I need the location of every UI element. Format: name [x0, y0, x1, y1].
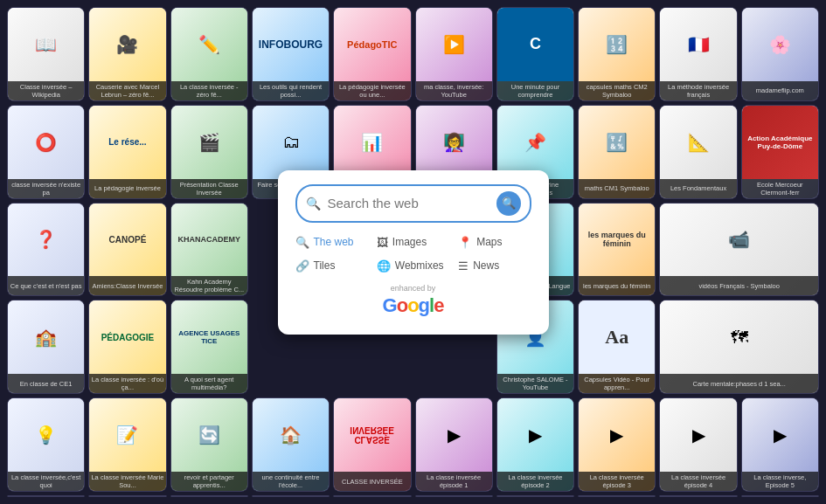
tile-13[interactable]: 🎬 Présentation Classe Inversée	[170, 105, 248, 199]
tile-7[interactable]: C Une minute pour comprendre	[496, 7, 574, 101]
search-option-maps[interactable]: 📍 Maps	[458, 233, 531, 252]
tile-47[interactable]: ▶ La classe inversée épisode 4	[659, 397, 737, 492]
tile-22[interactable]: CANOPÉ Amiens:Classe Inversée	[88, 203, 166, 297]
tile-48[interactable]: ▶ La classe inverse, Episode 5	[741, 397, 819, 492]
google-logo: Google	[295, 294, 531, 317]
search-bar: 🔍 Search the web 🔍	[295, 184, 531, 223]
tile-10[interactable]: 🌸 madameflip.com	[741, 7, 819, 101]
tile-28[interactable]: les marques du féminin les marques du fé…	[578, 203, 656, 297]
tile-2[interactable]: 🎥 Causerie avec Marcel Lebrun – zéro fê.…	[88, 7, 166, 101]
tile-23[interactable]: KHANACADEMY Kahn Academy Résoudre problè…	[170, 203, 248, 297]
tile-37[interactable]: Aa Capsules Vidéo - Pour appren...	[578, 300, 656, 394]
tile-9[interactable]: 🇫🇷 La méthode inversée français	[659, 7, 737, 101]
tile-1[interactable]: 📖 Classe inversée – Wikipedia	[7, 7, 85, 101]
tile-54[interactable]: Carrefour Faire ses premiers pas vers ..…	[415, 495, 493, 497]
tile-44[interactable]: ▶ La classe inversée épisode 1	[415, 397, 493, 492]
tile-5[interactable]: PédagoTIC La pédagogie inversée ou une..…	[333, 7, 411, 101]
search-input[interactable]: Search the web	[328, 196, 496, 211]
tile-53[interactable]: café pédagogique À La Une: La classe inv…	[333, 495, 411, 497]
tile-50[interactable]: 🤝 La classe inversée en accomp...	[88, 495, 166, 497]
tile-31[interactable]: PÉDAGOGIE La classe inversée : d'où ça..…	[88, 300, 166, 394]
search-option-news[interactable]: ☰ News	[458, 257, 531, 275]
tile-18[interactable]: 🔣 maths CM1 Symbaloo	[578, 105, 656, 199]
tile-21[interactable]: ❓ Ce que c'est et n'est pas	[7, 203, 85, 297]
tile-20[interactable]: Action Académique Puy-de-Dôme Ecole Merc…	[741, 105, 819, 199]
tile-52[interactable]: 📺 classe inversée:France TV	[252, 495, 330, 497]
tile-57[interactable]: #ClasseTICE #ClasseTICE; classe inversée	[659, 495, 737, 497]
tile-40[interactable]: 📝 La classe inversée Marie Sou...	[88, 397, 166, 492]
search-button[interactable]: 🔍	[496, 191, 521, 216]
search-option-webmixes[interactable]: 🌐 Webmixes	[377, 257, 449, 275]
tile-6[interactable]: ▶️ ma classe, inversée: YouTube	[415, 7, 493, 101]
tile-32[interactable]: AGENCE USAGES TICE A quoi sert agent mul…	[170, 300, 248, 394]
tile-43[interactable]: CLASSE INVERSÉE CLASSE INVERSÉE	[333, 397, 411, 492]
google-footer: enhanced by Google	[295, 284, 531, 317]
search-icon: 🔍	[306, 197, 321, 211]
tile-8[interactable]: 🔢 capsules maths CM2 Symbaloo	[578, 7, 656, 101]
tile-46[interactable]: ▶ La classe inversée épisode 3	[578, 397, 656, 492]
search-option-tiles[interactable]: 🔗 Tiles	[295, 257, 368, 275]
tile-29[interactable]: 📹 vidéos Français - Symbaloo	[659, 203, 819, 297]
tile-30[interactable]: 🏫 En classe de CE1	[7, 300, 85, 394]
tile-38[interactable]: 🗺 Carte mentale:phases d 1 sea...	[659, 300, 819, 394]
tile-45[interactable]: ▶ La classe inversée épisode 2	[496, 397, 574, 492]
tile-58[interactable]: 🎣 Les leurres de la classe inv...	[741, 495, 819, 497]
tile-4[interactable]: INFOBOURG Les outils qui rendent possi..…	[252, 7, 330, 101]
search-option-images[interactable]: 🖼 Images	[377, 233, 449, 252]
tile-56[interactable]: 💊 D:capsules pour l'école	[578, 495, 656, 497]
tile-3[interactable]: ✏️ La classe inversée - zéro fê...	[170, 7, 248, 101]
tile-39[interactable]: 💡 La classe inversée,c'est quoi	[7, 397, 85, 492]
search-options: 🔍 The web 🖼 Images 📍 Maps 🔗 Tiles 🌐 Webm…	[295, 233, 531, 275]
tile-41[interactable]: 🔄 revoir et partager apprentis...	[170, 397, 248, 492]
tile-51[interactable]: 👓 Classe inversée :principe –...	[170, 495, 248, 497]
tile-11[interactable]: ⭕ classe inversée n'existe pa	[7, 105, 85, 199]
tile-42[interactable]: 🏠 une continuité entre l'école...	[252, 397, 330, 492]
search-option-web[interactable]: 🔍 The web	[295, 233, 368, 252]
symbaloo-grid: 📖 Classe inversée – Wikipedia 🎥 Causerie…	[0, 0, 826, 504]
tile-55[interactable]: 📱 Storify:classe inversée	[496, 495, 574, 497]
tile-49[interactable]: Flipped Classroom Guide classe inversée …	[7, 495, 85, 497]
tile-12[interactable]: Le rése... La pédagogie inversée	[88, 105, 166, 199]
tile-19[interactable]: 📐 Les Fondamentaux	[659, 105, 737, 199]
search-widget: 🔍 Search the web 🔍 🔍 The web 🖼 Images 📍 …	[278, 170, 549, 335]
